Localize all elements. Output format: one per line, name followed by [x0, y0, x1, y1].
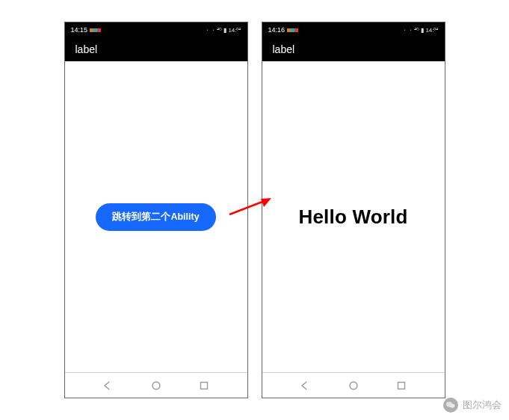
status-right: ⬝ ⬝ ⁴ᴳ ▮ 14:⁰⁴	[403, 27, 438, 34]
status-bar: 14:15 ⬝ ⬝ ⁴ᴳ ▮ 14:⁰⁴	[65, 22, 247, 37]
status-indicators	[90, 28, 101, 32]
watermark: 图尔鸿会	[443, 398, 502, 413]
content-area: Hello World	[262, 61, 445, 372]
nav-recent-icon[interactable]	[199, 380, 209, 391]
svg-rect-3	[398, 382, 405, 389]
nav-back-icon[interactable]	[102, 380, 113, 391]
nav-recent-icon[interactable]	[396, 380, 407, 391]
watermark-label: 图尔鸿会	[463, 398, 502, 412]
status-time: 14:16	[268, 26, 286, 34]
status-left: 14:15	[71, 26, 102, 34]
status-time: 14:15	[71, 26, 88, 34]
svg-point-2	[350, 382, 357, 389]
app-bar: label	[262, 37, 445, 61]
phone-screen-1: 14:15 ⬝ ⬝ ⁴ᴳ ▮ 14:⁰⁴ label 跳转到第二个Ability	[64, 22, 248, 398]
status-left: 14:16	[268, 26, 299, 34]
nav-home-icon[interactable]	[151, 380, 161, 391]
phone-screen-2: 14:16 ⬝ ⬝ ⁴ᴳ ▮ 14:⁰⁴ label Hello World	[262, 22, 445, 398]
status-right: ⬝ ⬝ ⁴ᴳ ▮ 14:⁰⁴	[206, 27, 241, 34]
svg-rect-1	[201, 382, 208, 389]
status-bar: 14:16 ⬝ ⬝ ⁴ᴳ ▮ 14:⁰⁴	[262, 22, 445, 37]
app-bar: label	[65, 37, 247, 61]
svg-point-7	[450, 404, 455, 408]
nav-home-icon[interactable]	[348, 380, 359, 391]
nav-bar	[262, 372, 445, 398]
indicator-icon	[97, 28, 101, 32]
status-indicators	[287, 28, 298, 32]
indicator-icon	[294, 28, 298, 32]
wechat-icon	[443, 398, 458, 413]
content-area: 跳转到第二个Ability	[65, 61, 247, 372]
hello-world-text: Hello World	[298, 206, 407, 229]
nav-bar	[65, 372, 247, 398]
svg-point-0	[152, 382, 160, 389]
app-title: label	[75, 43, 98, 55]
navigate-button[interactable]: 跳转到第二个Ability	[96, 203, 215, 231]
app-title: label	[273, 43, 295, 55]
nav-back-icon[interactable]	[300, 380, 310, 391]
